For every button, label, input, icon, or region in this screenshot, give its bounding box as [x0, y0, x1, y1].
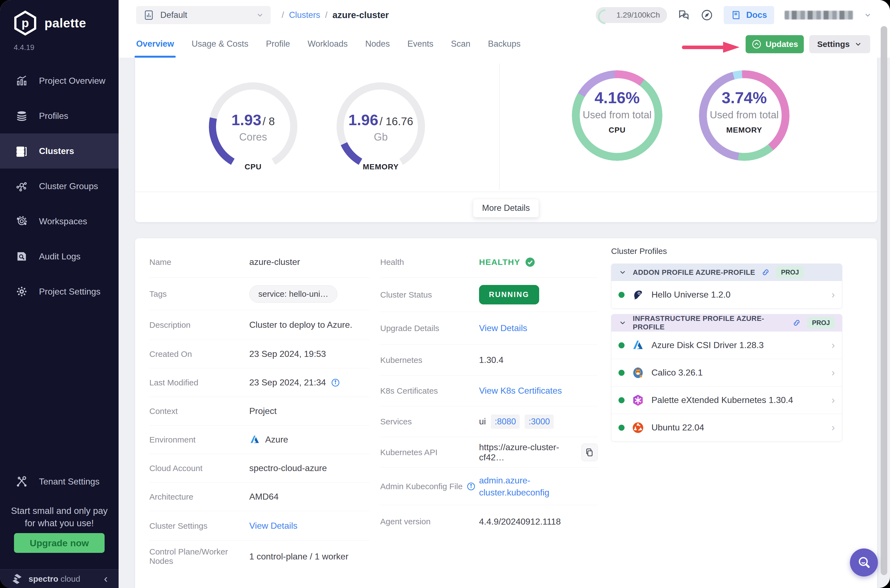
breadcrumb-separator: /: [325, 10, 327, 20]
profile-pack-azure-disk-csi[interactable]: Azure Disk CSI Driver 1.28.3 ›: [611, 332, 842, 359]
palette-logo-icon: p: [12, 10, 38, 36]
upgrade-details-link[interactable]: View Details: [479, 323, 527, 333]
cpu-usage-donut: 4.16% Used from total CPU: [572, 70, 662, 161]
breadcrumb-link-clusters[interactable]: Clusters: [289, 10, 320, 20]
tab-scan[interactable]: Scan: [451, 30, 471, 58]
palette-logo: p palette: [12, 10, 86, 36]
detail-row-tags: Tags service: hello-uni…: [149, 278, 369, 310]
upgrade-now-button[interactable]: Upgrade now: [14, 533, 105, 553]
sidebar: p palette 4.4.19 Project Overview Profil…: [0, 0, 119, 588]
detail-row-upgrade-details: Upgrade Details View Details: [380, 312, 597, 345]
sidebar-item-project-settings[interactable]: Project Settings: [0, 274, 119, 309]
tab-events[interactable]: Events: [407, 30, 434, 58]
sidebar-item-clusters[interactable]: Clusters: [0, 134, 119, 168]
info-icon[interactable]: [331, 378, 340, 387]
health-status: HEALTHY: [479, 258, 520, 267]
server-icon: [15, 145, 28, 157]
detail-row-nodes: Control Plane/Worker Nodes 1 control-pla…: [149, 541, 369, 572]
service-port-link[interactable]: :8080: [491, 414, 520, 429]
memory-donut-label: Used from total: [699, 109, 789, 121]
footer-brand-light: cloud: [60, 574, 80, 584]
sidebar-item-project-overview[interactable]: Project Overview: [0, 63, 119, 98]
scope-badge: PROJ: [776, 266, 804, 278]
cpu-donut-metric: CPU: [572, 126, 662, 135]
chevron-down-icon: [618, 268, 627, 276]
tab-nodes[interactable]: Nodes: [365, 30, 390, 58]
detail-row-name: Name azure-cluster: [149, 246, 369, 278]
tab-profile[interactable]: Profile: [266, 30, 290, 58]
infrastructure-profile-header[interactable]: INFRASTRUCTURE PROFILE AZURE-PROFILE PRO…: [611, 314, 842, 332]
detail-row-agent-version: Agent version 4.4.9/20240912.1118: [380, 505, 597, 538]
sidebar-item-tenant-settings[interactable]: Tenant Settings: [0, 464, 119, 499]
tab-usage-costs[interactable]: Usage & Costs: [192, 30, 248, 58]
settings-button-label: Settings: [817, 39, 849, 49]
detail-row-services: Services ui :8080 :3000: [380, 406, 597, 437]
user-menu-chevron-icon[interactable]: [864, 11, 872, 19]
chevron-right-icon: ›: [831, 367, 835, 378]
audit-search-icon: [15, 250, 28, 263]
brand-name: palette: [45, 16, 86, 30]
link-icon[interactable]: [761, 268, 770, 277]
breadcrumb: / Clusters / azure-cluster: [282, 10, 389, 20]
app-window: p palette 4.4.19 Project Overview Profil…: [0, 0, 890, 588]
sidebar-item-workspaces[interactable]: Workspaces: [0, 204, 119, 239]
tag-chip[interactable]: service: hello-uni…: [249, 285, 338, 303]
service-port-link[interactable]: :3000: [525, 414, 554, 429]
sidebar-collapse-icon[interactable]: ‹: [104, 573, 108, 585]
docs-button-label: Docs: [746, 10, 767, 20]
project-selector[interactable]: Default: [136, 6, 271, 24]
compass-icon[interactable]: [701, 9, 713, 21]
detail-row-kubernetes-api: Kubernetes API https://azure-cluster-cf4…: [380, 437, 597, 468]
memory-total-value: / 16.76: [380, 115, 413, 128]
sidebar-item-cluster-groups[interactable]: Cluster Groups: [0, 168, 119, 204]
pack-status-dot: [618, 370, 624, 376]
scrollbar[interactable]: [881, 26, 887, 575]
info-icon[interactable]: [467, 482, 476, 491]
network-icon: [15, 180, 28, 192]
check-circle-icon: [525, 256, 536, 268]
cluster-settings-link[interactable]: View Details: [249, 521, 297, 531]
docs-button[interactable]: Docs: [723, 6, 774, 24]
annotation-arrow: [682, 41, 740, 53]
floating-search-button[interactable]: [850, 549, 878, 576]
sidebar-item-audit-logs[interactable]: Audit Logs: [0, 239, 119, 274]
settings-button[interactable]: Settings: [809, 35, 870, 53]
kubeconfig-download-link[interactable]: admin.azure-cluster.kubeconfig: [479, 474, 561, 498]
chevron-right-icon: ›: [831, 394, 835, 406]
sidebar-item-label: Cluster Groups: [39, 181, 98, 191]
chevron-right-icon: ›: [831, 289, 835, 301]
profile-pack-palette-extended-k8s[interactable]: Palette eXtended Kubernetes 1.30.4 ›: [611, 386, 842, 414]
details-column-middle: Health HEALTHY Cluster Status RUNNING Up…: [380, 246, 597, 538]
top-bar-right: 1.29/100kCh Docs: [596, 6, 890, 24]
cluster-tabs-bar: Overview Usage & Costs Profile Workloads…: [119, 30, 890, 58]
memory-unit: Gb: [335, 131, 426, 143]
copy-button[interactable]: [581, 444, 597, 461]
tab-backups[interactable]: Backups: [488, 30, 521, 58]
book-icon: [731, 10, 742, 21]
chat-icon[interactable]: [677, 9, 690, 21]
sidebar-item-label: Audit Logs: [39, 252, 80, 262]
pack-status-dot: [618, 424, 624, 431]
profile-pack-hello-universe[interactable]: Hello Universe 1.2.0 ›: [611, 281, 842, 308]
footer-brand-bold: spectro: [29, 574, 58, 584]
detail-row-cloud-account: Cloud Account spectro-cloud-azure: [149, 454, 369, 483]
tab-workloads[interactable]: Workloads: [308, 30, 348, 58]
svg-text:p: p: [22, 16, 29, 30]
updates-button-label: Updates: [765, 39, 798, 49]
k8s-certificates-link[interactable]: View K8s Certificates: [479, 386, 562, 396]
profile-pack-ubuntu[interactable]: Ubuntu 22.04 ›: [611, 414, 842, 441]
more-details-button[interactable]: More Details: [473, 199, 539, 218]
updates-button[interactable]: Updates: [746, 35, 804, 53]
profile-pack-calico[interactable]: Calico 3.26.1 ›: [611, 359, 842, 386]
detail-row-last-modified: Last Modified 23 Sep 2024, 21:34: [149, 368, 369, 397]
chevron-down-icon: [618, 319, 627, 327]
usage-quota-pill[interactable]: 1.29/100kCh: [596, 7, 667, 23]
link-icon[interactable]: [792, 318, 801, 327]
addon-profile-header[interactable]: ADDON PROFILE AZURE-PROFILE PROJ: [611, 264, 842, 281]
sidebar-item-label: Clusters: [39, 146, 74, 156]
cpu-gauge-label: CPU: [208, 162, 299, 171]
sidebar-item-label: Profiles: [39, 111, 68, 121]
tab-overview[interactable]: Overview: [136, 30, 174, 58]
chevron-right-icon: ›: [831, 422, 835, 434]
sidebar-item-profiles[interactable]: Profiles: [0, 98, 119, 134]
